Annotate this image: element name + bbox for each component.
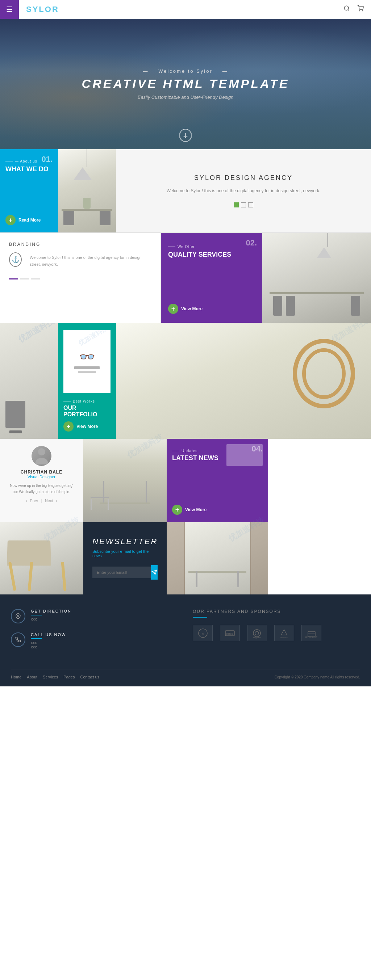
testimonial-text: Now were up in the big leagues getting' … <box>7 482 76 495</box>
testimonial-news-section: CHRISTIAN BALE Visual Designer Now were … <box>0 439 371 522</box>
cart-icon[interactable] <box>357 5 364 13</box>
nav-pages[interactable]: Pages <box>63 675 75 679</box>
newsletter-subtitle: Subscribe your e-mail to get the news <box>93 549 158 558</box>
prev-arrow-icon[interactable]: ‹ <box>26 498 27 503</box>
header-icons <box>344 5 364 13</box>
testimonial-box: CHRISTIAN BALE Visual Designer Now were … <box>0 439 83 522</box>
footer-copyright: Copyright © 2020 Company name All rights… <box>275 675 360 679</box>
branding-text: Welcome to Sylor ! this is one of the di… <box>30 252 152 267</box>
plus-icon: + <box>168 304 178 314</box>
services-label: We Offer <box>168 245 195 249</box>
newsletter-title: NEWSLETTER <box>93 537 158 546</box>
partner-logo-2: billfold <box>220 625 240 641</box>
news-label: Updates <box>172 449 197 453</box>
svg-text:billfold: billfold <box>226 632 233 635</box>
person-name: CHRISTIAN BALE <box>7 469 76 475</box>
view-more-text: View More <box>185 507 206 512</box>
news-card-thumbnail <box>226 444 263 466</box>
partners-logos: ★ billfold myplate <box>193 625 360 641</box>
plus-icon: + <box>5 215 16 225</box>
agency-text: Welcome to Sylor ! this is one of the di… <box>167 187 321 195</box>
anchor-icon: ⚓ <box>9 252 22 267</box>
svg-point-16 <box>255 632 259 635</box>
location-icon <box>11 609 26 624</box>
partners-title: OUR PARTNERS AND SPONSORS <box>193 609 360 614</box>
view-more-text: View More <box>77 424 98 429</box>
scroll-down-button[interactable] <box>179 129 192 142</box>
about-blue-panel: 01. — About us WHAT WE DO + Read More <box>0 149 58 232</box>
news-purple-panel: 04. Updates LATEST NEWS + View More <box>167 439 268 522</box>
search-icon[interactable] <box>344 5 350 13</box>
portfolio-view-more-button[interactable]: + View More <box>63 422 110 431</box>
partner-logo-3: myplate <box>247 625 267 641</box>
footer: GET DIRECTION xxx CALL US NOW xxx <box>0 595 371 686</box>
svg-point-15 <box>253 630 261 637</box>
design-agency-box: SYLOR DESIGN AGENCY Welcome to Sylor ! t… <box>116 149 371 232</box>
dot-1[interactable] <box>234 202 239 207</box>
about-label: — About us <box>5 159 37 163</box>
footer-nav: Home About Services Pages Contact us <box>11 675 99 679</box>
portfolio-left-image: 优加速科技 <box>0 323 58 439</box>
person-role: Visual Designer <box>7 475 76 479</box>
portfolio-section: 优加速科技 03. 👓 优加速科技 Best Works OUR PORTFOL… <box>0 323 371 439</box>
read-more-text: Read More <box>19 218 41 223</box>
call-value-1: xxx <box>31 640 66 645</box>
call-us-item: CALL US NOW xxx xxx <box>11 632 178 649</box>
news-view-more-button[interactable]: + View More <box>172 505 263 515</box>
plus-icon: + <box>63 422 74 431</box>
svg-point-2 <box>360 11 360 11</box>
services-title: QUALITY SERVICES <box>168 251 255 258</box>
services-purple-panel: 02. We Offer QUALITY SERVICES + View Mor… <box>161 233 262 323</box>
footer-partners: OUR PARTNERS AND SPONSORS ★ billfold <box>193 609 360 658</box>
view-more-text: View More <box>181 306 203 311</box>
logo: SYLOR <box>26 5 344 14</box>
read-more-button[interactable]: + Read More <box>5 215 53 225</box>
chair-image: 优加速科技 <box>0 522 83 595</box>
email-submit-button[interactable] <box>151 565 158 580</box>
svg-point-3 <box>362 11 363 11</box>
header: ☰ SYLOR <box>0 0 371 19</box>
get-direction-value: xxx <box>31 617 71 621</box>
svg-point-7 <box>38 448 45 455</box>
svg-text:myplate: myplate <box>253 636 261 639</box>
about-title: WHAT WE DO <box>5 165 53 173</box>
news-interior-image: 优加速科技 <box>167 522 268 595</box>
svg-line-1 <box>348 10 349 11</box>
hero-tagline: — Welcome to Sylor — <box>82 68 289 74</box>
progress-dots <box>9 278 152 280</box>
partner-logo-5: LET ARGNOW <box>301 625 321 641</box>
dot-2[interactable] <box>241 202 246 207</box>
svg-text:LET ARGNOW: LET ARGNOW <box>305 636 317 638</box>
next-label[interactable]: Next <box>45 498 53 503</box>
portfolio-title: OUR PORTFOLIO <box>63 405 110 418</box>
nav-services[interactable]: Services <box>43 675 58 679</box>
prev-label[interactable]: Prev <box>30 498 38 503</box>
newsletter-box: NEWSLETTER Subscribe your e-mail to get … <box>83 522 167 595</box>
branding-box: BRANDING ⚓ Welcome to Sylor ! this is on… <box>0 233 161 323</box>
section-number: 02. <box>246 238 257 248</box>
portfolio-right-image: 优加速科技 <box>116 323 371 439</box>
carousel-dots <box>234 202 253 207</box>
nav-about[interactable]: About <box>27 675 37 679</box>
hero-content: — Welcome to Sylor — CREATIVE HTML TEMPL… <box>82 68 289 100</box>
email-form <box>93 565 158 580</box>
partner-logo-4: movers <box>274 625 294 641</box>
phone-icon <box>11 632 26 647</box>
svg-point-10 <box>18 615 19 617</box>
call-us-label: CALL US NOW <box>31 632 66 637</box>
menu-button[interactable]: ☰ <box>0 0 19 19</box>
hero-section: — Welcome to Sylor — CREATIVE HTML TEMPL… <box>0 19 371 149</box>
middle-furniture-image: 优加速科技 <box>83 439 167 522</box>
view-more-button[interactable]: + View More <box>168 304 255 314</box>
meeting-room-image <box>262 233 371 323</box>
avatar <box>32 446 51 466</box>
email-input[interactable] <box>93 566 151 578</box>
newsletter-section: 优加速科技 NEWSLETTER Subscribe your e-mail t… <box>0 522 371 595</box>
portfolio-label: Best Works <box>63 399 95 403</box>
dot-3[interactable] <box>248 202 253 207</box>
next-arrow-icon[interactable]: › <box>56 498 58 503</box>
what-we-do-section: 01. — About us WHAT WE DO + Read More <box>0 149 371 232</box>
nav-contact[interactable]: Contact us <box>80 675 99 679</box>
plus-icon: + <box>172 505 182 515</box>
nav-home[interactable]: Home <box>11 675 21 679</box>
